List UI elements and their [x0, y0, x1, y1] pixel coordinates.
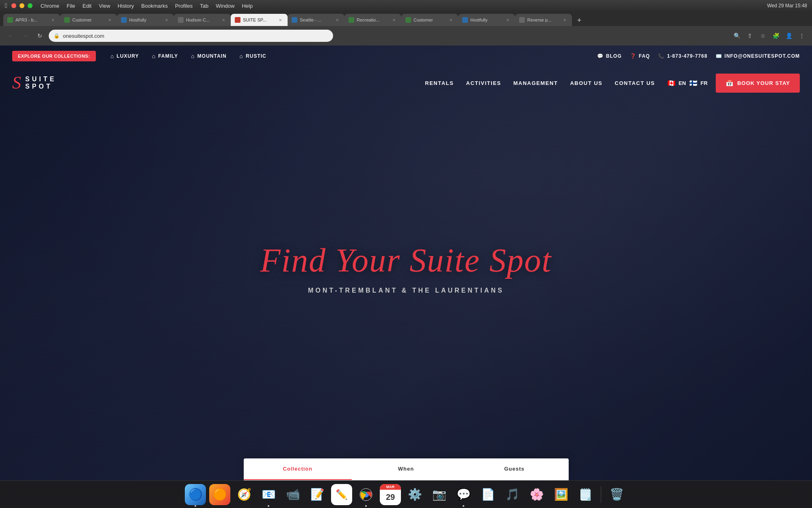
menu-bookmarks[interactable]: Bookmarks	[141, 3, 168, 9]
mac-titlebar:  Chrome File Edit View History Bookmark…	[0, 0, 812, 11]
collection-rustic[interactable]: ⌂ RUSTIC	[233, 53, 273, 59]
collection-mountain[interactable]: ⌂ MOUNTAIN	[184, 53, 233, 59]
top-nav-right: 💬 BLOG ❓ FAQ 📞 1-873-479-7768 ✉️ INFO@ON…	[597, 53, 800, 59]
site-logo[interactable]: S SUITE SPOT	[12, 74, 56, 92]
dock-slack[interactable]: 💬	[453, 484, 474, 505]
tab-customer2[interactable]: Customer ✕	[401, 14, 458, 26]
dock-facetime[interactable]: 📹	[282, 484, 303, 505]
nav-about-us[interactable]: ABOUT US	[570, 80, 602, 86]
menu-icon[interactable]: ⋮	[797, 30, 807, 41]
tab-close-icon[interactable]: ✕	[334, 17, 340, 23]
dock-photo-booth[interactable]: 📷	[429, 484, 450, 505]
nav-activities[interactable]: ACTIVITIES	[466, 80, 501, 86]
tab-label: Hostfully	[129, 17, 161, 22]
explore-collections-button[interactable]: EXPLORE OUR COLLECTIONS:	[12, 51, 96, 61]
dock-pages[interactable]: 📄	[477, 484, 498, 505]
dock-dot	[365, 505, 367, 507]
tab-close-icon[interactable]: ✕	[448, 17, 454, 23]
dock-calendar[interactable]: MAR 29	[380, 484, 401, 505]
dock-spotify[interactable]: 🎵	[502, 484, 523, 505]
menu-view[interactable]: View	[99, 3, 110, 9]
forward-button[interactable]: →	[19, 30, 31, 41]
menu-profiles[interactable]: Profiles	[175, 3, 193, 9]
menu-file[interactable]: File	[67, 3, 75, 9]
dock-preview[interactable]: 🖼️	[550, 484, 572, 505]
nav-contact-us[interactable]: CONTACT US	[615, 80, 655, 86]
tab-close-icon[interactable]: ✕	[277, 17, 284, 23]
blog-link[interactable]: 💬 BLOG	[597, 53, 622, 59]
dock-trash[interactable]: 🗑️	[606, 484, 627, 505]
tab-close-icon[interactable]: ✕	[50, 17, 56, 23]
tab-close-icon[interactable]: ✕	[220, 17, 227, 23]
tab-suite-spot[interactable]: SUITE SP... ✕	[231, 14, 288, 26]
back-button[interactable]: ←	[5, 30, 16, 41]
browser-chrome: APR3 - b... ✕ Customer ✕ Hostfully ✕ Hud…	[0, 11, 812, 46]
extensions-icon[interactable]: 🧩	[771, 30, 781, 41]
close-button[interactable]	[11, 3, 16, 8]
tab-close-icon[interactable]: ✕	[391, 17, 397, 23]
menu-tab[interactable]: Tab	[200, 3, 208, 9]
minimize-button[interactable]	[19, 3, 24, 8]
faq-icon: ❓	[630, 53, 637, 59]
dock-mail[interactable]: 📧	[258, 484, 279, 505]
logo-suite: SUITE	[25, 76, 56, 83]
tab-label: Customer	[72, 17, 104, 22]
search-widget: Collection When Guests	[244, 458, 569, 480]
profile-icon[interactable]: 👤	[784, 30, 794, 41]
tab-customer1[interactable]: Customer ✕	[60, 14, 117, 26]
share-icon[interactable]: ⇧	[745, 30, 755, 41]
faq-link[interactable]: ❓ FAQ	[630, 53, 650, 59]
phone-link[interactable]: 📞 1-873-479-7768	[658, 53, 707, 59]
tab-reverse[interactable]: Reverse p... ✕	[515, 14, 572, 26]
search-tab-collection[interactable]: Collection	[244, 458, 352, 480]
dock-freeform[interactable]: ✏️	[331, 484, 352, 505]
search-toolbar-icon[interactable]: 🔍	[732, 30, 742, 41]
email-link[interactable]: ✉️ INFO@ONESUITESPOT.COM	[716, 53, 800, 59]
menu-history[interactable]: History	[117, 3, 134, 9]
dock-stickies[interactable]: 🗒️	[575, 484, 596, 505]
tab-close-icon[interactable]: ✕	[163, 17, 170, 23]
window-controls	[11, 3, 32, 8]
menu-window[interactable]: Window	[216, 3, 234, 9]
dock-finder[interactable]: 🔵	[185, 484, 206, 505]
dock-safari[interactable]: 🧭	[234, 484, 255, 505]
nav-management[interactable]: MANAGEMENT	[513, 80, 558, 86]
apple-icon[interactable]: 	[5, 2, 7, 9]
dock-launchpad[interactable]: 🟠	[209, 484, 230, 505]
tab-seattle[interactable]: Seattle - ... ✕	[288, 14, 344, 26]
tab-hostfully2[interactable]: Hostfully ✕	[458, 14, 515, 26]
tab-close-icon[interactable]: ✕	[561, 17, 568, 23]
menu-chrome[interactable]: Chrome	[41, 3, 59, 9]
new-tab-button[interactable]: +	[574, 15, 585, 26]
tab-close-icon[interactable]: ✕	[106, 17, 113, 23]
toolbar-right: 🔍 ⇧ ☆ 🧩 👤 ⋮	[732, 30, 807, 41]
nav-rentals[interactable]: RENTALS	[425, 80, 454, 86]
reload-button[interactable]: ↻	[34, 30, 45, 41]
tab-recreation[interactable]: Recreatio... ✕	[344, 14, 401, 26]
dock-photos[interactable]: 🌸	[526, 484, 547, 505]
tab-favicon	[405, 17, 411, 23]
tab-apr3[interactable]: APR3 - b... ✕	[3, 14, 60, 26]
search-tab-guests[interactable]: Guests	[460, 458, 569, 480]
tab-bar: APR3 - b... ✕ Customer ✕ Hostfully ✕ Hud…	[0, 11, 812, 26]
language-switcher[interactable]: 🇨🇦 EN 🇫🇮 FR	[667, 79, 708, 87]
tab-hostfully1[interactable]: Hostfully ✕	[117, 14, 174, 26]
bookmark-icon[interactable]: ☆	[758, 30, 768, 41]
url-bar[interactable]: 🔒 onesuitespot.com	[49, 30, 333, 42]
collection-family[interactable]: ⌂ FAMILY	[145, 53, 184, 59]
tab-hudson[interactable]: Hudson C... ✕	[174, 14, 231, 26]
dock-notes[interactable]: 📝	[307, 484, 328, 505]
lang-en: EN	[679, 80, 686, 86]
phone-number: 1-873-479-7768	[667, 53, 707, 59]
url-text[interactable]: onesuitespot.com	[63, 33, 328, 39]
menu-edit[interactable]: Edit	[82, 3, 91, 9]
dock-chrome[interactable]	[355, 484, 377, 505]
tab-close-icon[interactable]: ✕	[505, 17, 511, 23]
book-stay-button[interactable]: 📅 BOOK YOUR STAY	[716, 74, 800, 93]
search-tab-when[interactable]: When	[352, 458, 460, 480]
menu-help[interactable]: Help	[242, 3, 253, 9]
dock-system-prefs[interactable]: ⚙️	[404, 484, 425, 505]
maximize-button[interactable]	[28, 3, 32, 8]
calendar-day: 29	[386, 490, 395, 505]
collection-luxury[interactable]: ⌂ LUXURY	[104, 53, 145, 59]
